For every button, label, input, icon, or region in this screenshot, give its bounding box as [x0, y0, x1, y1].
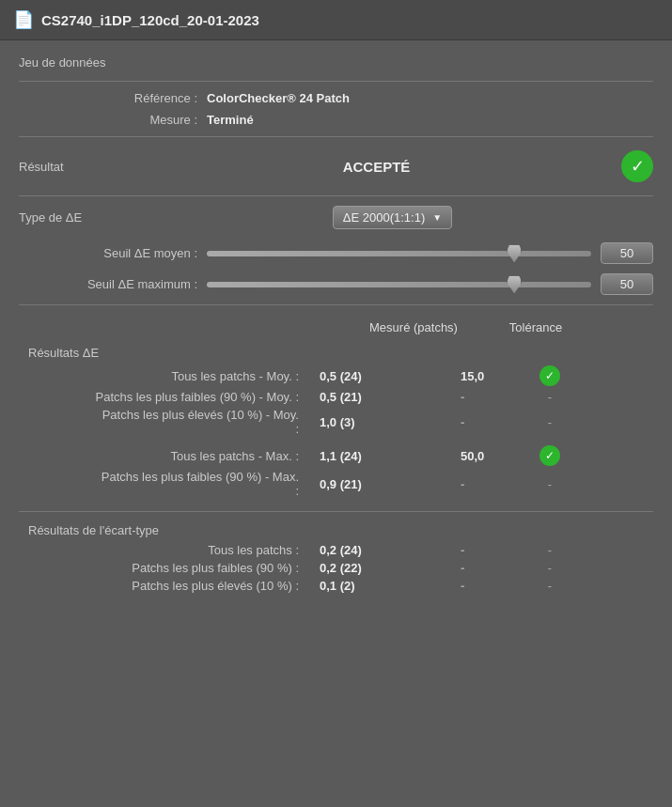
row-tolerance: - [461, 561, 536, 575]
row-label: Patchs les plus faibles (90 %) - Moy. : [19, 390, 310, 404]
delta-type-row: Type de ΔE ΔE 2000(1:1:1) ▼ [19, 206, 653, 229]
row-measured: 0,2 (22) [310, 561, 461, 575]
result-value: ACCEPTÉ [132, 159, 621, 175]
slider-max-value[interactable]: 50 [601, 273, 653, 295]
row-label: Patchs les plus faibles (90 %) - Max.: [19, 470, 310, 498]
table-row: Tous les patchs : 0,2 (24) - - [19, 543, 653, 557]
delta-type-dropdown-value: ΔE 2000(1:1:1) [343, 210, 425, 225]
row-label: Tous les patchs - Moy. : [19, 369, 310, 383]
slider-mean-thumb[interactable] [507, 244, 522, 263]
main-window: 📄 CS2740_i1DP_120cd_20-01-2023 Jeu de do… [0, 0, 672, 807]
row-measured: 0,9 (21) [310, 477, 461, 491]
measure-value: Terminé [207, 113, 254, 127]
row-check-icon: ✓ [539, 445, 560, 466]
th-measured: Mesuré (patchs) [338, 320, 489, 334]
slider-max-label: Seuil ΔE maximum : [19, 277, 207, 291]
row-measured: 0,5 (21) [310, 390, 461, 404]
data-section-label: Jeu de données [19, 55, 653, 70]
row-icon: - [536, 477, 564, 491]
row-label: Tous les patchs : [19, 543, 310, 557]
stddev-section-title: Résultats de l'écart-type [28, 523, 653, 537]
th-tolerance: Tolérance [489, 320, 583, 334]
table-row: Patchs les plus faibles (90 %) - Moy. : … [19, 390, 653, 404]
result-row: Résultat ACCEPTÉ ✓ [19, 150, 653, 182]
row-measured: 0,2 (24) [310, 543, 461, 557]
row-label: Patchs les plus élevés (10 %) - Moy.: [19, 408, 310, 436]
row-measured: 0,1 (2) [310, 579, 461, 593]
row-icon: - [536, 579, 564, 593]
divider-4 [19, 304, 653, 305]
title-bar: 📄 CS2740_i1DP_120cd_20-01-2023 [0, 0, 672, 40]
row-tolerance: - [461, 543, 536, 557]
row-tolerance: 15,0 [461, 369, 536, 383]
delta-type-label: Type de ΔE [19, 210, 132, 225]
content-area: Jeu de données Référence : ColorChecker®… [0, 40, 672, 612]
window-title: CS2740_i1DP_120cd_20-01-2023 [41, 12, 259, 28]
measure-label: Mesure : [19, 113, 207, 127]
slider-mean-row: Seuil ΔE moyen : 50 [19, 242, 653, 264]
chevron-down-icon: ▼ [432, 212, 442, 223]
row-icon: ✓ [536, 445, 564, 466]
table-row: Patchs les plus élevés (10 %) - Moy.: 1,… [19, 408, 653, 436]
reference-value: ColorChecker® 24 Patch [207, 91, 350, 105]
row-check-icon: ✓ [539, 365, 560, 386]
slider-max-row: Seuil ΔE maximum : 50 [19, 273, 653, 295]
document-icon: 📄 [13, 9, 34, 30]
reference-label: Référence : [19, 91, 207, 105]
slider-mean-label: Seuil ΔE moyen : [19, 246, 207, 260]
row-label: Patchs les plus élevés (10 %) : [19, 579, 310, 593]
row-tolerance: - [461, 579, 536, 593]
row-measured: 1,1 (24) [310, 449, 461, 463]
delta-e-section-title: Résultats ΔE [28, 346, 653, 360]
row-icon: - [536, 543, 564, 557]
row-tolerance: - [461, 415, 536, 429]
row-tolerance: - [461, 390, 536, 404]
row-measured: 1,0 (3) [310, 415, 461, 429]
result-label: Résultat [19, 160, 132, 174]
result-check-icon: ✓ [621, 150, 653, 182]
divider-3 [19, 195, 653, 196]
row-label: Patchs les plus faibles (90 %) : [19, 561, 310, 575]
table-row: Patchs les plus faibles (90 %) : 0,2 (22… [19, 561, 653, 575]
reference-row: Référence : ColorChecker® 24 Patch [19, 91, 653, 105]
row-icon: - [536, 415, 564, 429]
table-row: Tous les patchs - Max. : 1,1 (24) 50,0 ✓ [19, 445, 653, 466]
row-measured: 0,5 (24) [310, 369, 461, 383]
th-empty [19, 320, 338, 334]
divider-5 [19, 511, 653, 512]
row-icon: ✓ [536, 365, 564, 386]
row-tolerance: - [461, 477, 536, 491]
table-row: Patchs les plus élevés (10 %) : 0,1 (2) … [19, 579, 653, 593]
divider-1 [19, 81, 653, 82]
slider-mean-value[interactable]: 50 [601, 242, 653, 264]
slider-max-track[interactable] [207, 282, 591, 287]
table-row: Patchs les plus faibles (90 %) - Max.: 0… [19, 470, 653, 498]
row-icon: - [536, 561, 564, 575]
slider-max-thumb[interactable] [507, 275, 522, 294]
divider-2 [19, 136, 653, 137]
table-row: Tous les patchs - Moy. : 0,5 (24) 15,0 ✓ [19, 365, 653, 386]
delta-type-dropdown[interactable]: ΔE 2000(1:1:1) ▼ [333, 206, 452, 229]
table-header-row: Mesuré (patchs) Tolérance [19, 320, 653, 334]
row-icon: - [536, 390, 564, 404]
measure-row: Mesure : Terminé [19, 113, 653, 127]
slider-mean-track[interactable] [207, 251, 591, 256]
row-label: Tous les patchs - Max. : [19, 449, 310, 463]
table-section: Mesuré (patchs) Tolérance Résultats ΔE T… [19, 320, 653, 593]
row-tolerance: 50,0 [461, 449, 536, 463]
